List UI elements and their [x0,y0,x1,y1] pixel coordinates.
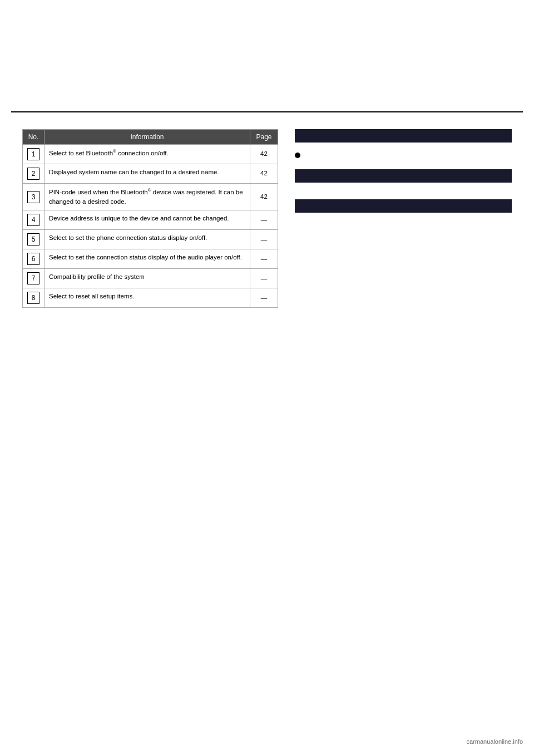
watermark: carmanualonline.info [466,738,523,745]
row-page-2: 42 [250,164,278,184]
row-info-3: PIN-code used when the Bluetooth® device… [44,184,250,210]
row-page-3: 42 [250,184,278,210]
right-header-bar-2 [295,169,512,183]
num-box-5: 5 [27,233,39,246]
row-num-5: 5 [23,230,44,249]
row-page-4: — [250,210,278,230]
row-num-6: 6 [23,249,44,269]
table-row: 5 Select to set the phone connection sta… [23,230,278,249]
row-page-7: — [250,269,278,288]
row-num-8: 8 [23,288,44,308]
bullet-item [295,151,512,158]
table-row: 7 Compatibility profile of the system — [23,269,278,288]
table-row: 4 Device address is unique to the device… [23,210,278,230]
left-section: No. Information Page 1 Select to set Blu… [22,129,278,308]
row-num-2: 2 [23,164,44,184]
row-num-3: 3 [23,184,44,210]
right-header-bar-3 [295,199,512,213]
info-table: No. Information Page 1 Select to set Blu… [22,129,278,308]
table-row: 3 PIN-code used when the Bluetooth® devi… [23,184,278,210]
row-num-4: 4 [23,210,44,230]
row-info-8: Select to reset all setup items. [44,288,250,308]
page-container: No. Information Page 1 Select to set Blu… [0,0,534,756]
right-header-bar-1 [295,129,512,143]
row-info-2: Displayed system name can be changed to … [44,164,250,184]
num-box-8: 8 [27,292,39,304]
num-box-1: 1 [27,148,39,160]
row-page-1: 42 [250,145,278,164]
row-info-1: Select to set Bluetooth® connection on/o… [44,145,250,164]
col-header-information: Information [44,130,250,145]
col-header-page: Page [250,130,278,145]
row-page-6: — [250,249,278,269]
num-box-2: 2 [27,168,39,180]
num-box-7: 7 [27,272,39,284]
row-info-5: Select to set the phone connection statu… [44,230,250,249]
top-rule [11,111,523,112]
table-row: 6 Select to set the connection status di… [23,249,278,269]
row-page-5: — [250,230,278,249]
table-row: 2 Displayed system name can be changed t… [23,164,278,184]
row-info-7: Compatibility profile of the system [44,269,250,288]
right-section [289,129,512,308]
row-num-1: 1 [23,145,44,164]
col-header-no: No. [23,130,44,145]
table-row: 1 Select to set Bluetooth® connection on… [23,145,278,164]
row-num-7: 7 [23,269,44,288]
table-row: 8 Select to reset all setup items. — [23,288,278,308]
num-box-6: 6 [27,253,39,265]
row-page-8: — [250,288,278,308]
row-info-4: Device address is unique to the device a… [44,210,250,230]
num-box-4: 4 [27,214,39,226]
content-area: No. Information Page 1 Select to set Blu… [11,124,523,313]
bullet-icon [295,153,300,158]
num-box-3: 3 [27,191,39,203]
row-info-6: Select to set the connection status disp… [44,249,250,269]
